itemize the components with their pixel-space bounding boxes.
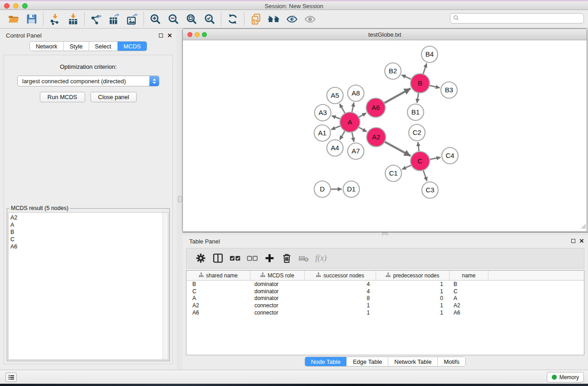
float-panel-button[interactable] <box>158 32 164 38</box>
zoom-fit-button[interactable] <box>182 11 201 27</box>
edge-A-A1[interactable] <box>331 126 340 129</box>
node-C[interactable]: C <box>411 152 430 171</box>
result-item[interactable]: A6 <box>10 243 168 250</box>
deselect-all-button[interactable] <box>244 250 261 267</box>
column-header-name[interactable]: name <box>449 271 488 280</box>
import-network-button[interactable] <box>46 11 64 27</box>
node-B[interactable]: B <box>411 74 430 93</box>
node-A4[interactable]: A4 <box>327 140 343 156</box>
home-button[interactable] <box>265 11 283 27</box>
node-A2[interactable]: A2 <box>367 128 386 147</box>
result-list-scrollbar[interactable] <box>163 213 168 359</box>
clone-network-button[interactable] <box>247 11 265 27</box>
resize-grip-icon[interactable] <box>580 223 586 231</box>
node-B3[interactable]: B3 <box>441 82 457 98</box>
tab-edge-table[interactable]: Edge Table <box>346 357 388 366</box>
node-B4[interactable]: B4 <box>421 46 438 62</box>
node-C1[interactable]: C1 <box>385 165 402 181</box>
tab-style[interactable]: Style <box>63 42 89 51</box>
edge-C-C1[interactable] <box>402 165 411 169</box>
mcds-result-list[interactable]: A2ABCA6 <box>8 212 168 360</box>
node-A8[interactable]: A8 <box>348 85 364 101</box>
node-A[interactable]: A <box>340 112 360 132</box>
edge-B-B2[interactable] <box>402 75 411 79</box>
export-image-button[interactable] <box>123 11 141 27</box>
zoom-selected-button[interactable] <box>201 11 219 27</box>
edge-C-C4[interactable] <box>430 157 441 159</box>
task-history-button[interactable] <box>5 372 17 382</box>
node-A6[interactable]: A6 <box>366 98 385 117</box>
node-C3[interactable]: C3 <box>422 182 438 198</box>
tab-network-table[interactable]: Network Table <box>388 357 437 366</box>
table-row[interactable]: A6connector11A6 <box>186 309 584 316</box>
vertical-split-grip[interactable] <box>178 196 182 202</box>
node-A5[interactable]: A5 <box>327 87 343 104</box>
result-item[interactable]: B <box>10 229 168 236</box>
table-settings-button[interactable] <box>192 250 209 267</box>
node-B2[interactable]: B2 <box>385 63 401 79</box>
edge-A6-B[interactable] <box>384 89 411 103</box>
edge-A-A5[interactable] <box>339 104 345 113</box>
edge-C-C3[interactable] <box>423 171 427 181</box>
node-C4[interactable]: C4 <box>442 148 458 164</box>
column-visibility-button[interactable] <box>209 250 226 267</box>
column-header-shared-name[interactable]: shared name <box>186 271 250 280</box>
edge-A-A4[interactable] <box>340 131 345 140</box>
import-table-button[interactable] <box>64 11 82 27</box>
criterion-dropdown[interactable]: largest connected component (directed) <box>17 76 159 86</box>
node-A1[interactable]: A1 <box>314 125 330 141</box>
edge-A2-C[interactable] <box>385 142 411 156</box>
tab-node-table[interactable]: Node Table <box>305 357 347 366</box>
edge-A-A3[interactable] <box>332 116 340 119</box>
tab-select[interactable]: Select <box>89 42 117 51</box>
network-window-titlebar[interactable]: testGlobe.txt <box>183 29 587 40</box>
export-network-button[interactable] <box>87 11 105 27</box>
close-panel-button-mcds[interactable]: Close panel <box>91 92 137 102</box>
edge-A-A8[interactable] <box>352 103 354 112</box>
column-header-predecessor-nodes[interactable]: predecessor nodes <box>376 271 449 280</box>
column-header-successor-nodes[interactable]: successor nodes <box>305 271 376 280</box>
close-panel-button[interactable]: ✕ <box>167 32 173 38</box>
zoom-in-button[interactable] <box>146 11 164 27</box>
edge-C-C2[interactable] <box>418 142 419 151</box>
add-column-button[interactable] <box>261 250 278 267</box>
export-table-button[interactable] <box>105 11 123 27</box>
close-table-panel-button[interactable]: ✕ <box>578 238 585 244</box>
network-graph[interactable]: AA1A2A3A4A5A6A7A8BB1B2B3B4CC1C2C3C4DD1 <box>183 40 587 231</box>
node-D[interactable]: D <box>314 181 330 197</box>
save-session-button[interactable] <box>23 11 41 27</box>
search-field[interactable] <box>450 13 584 24</box>
edge-B-B1[interactable] <box>417 93 418 103</box>
table-row[interactable]: Adominator80A <box>186 295 584 302</box>
node-table[interactable]: shared nameMCDS rolesuccessor nodesprede… <box>186 270 584 355</box>
refresh-button[interactable] <box>224 11 242 27</box>
node-A7[interactable]: A7 <box>348 143 364 159</box>
search-input[interactable] <box>461 15 581 22</box>
tab-mcds[interactable]: MCDS <box>117 42 147 51</box>
node-A3[interactable]: A3 <box>315 105 331 121</box>
edge-A-A2[interactable] <box>359 127 367 132</box>
table-row[interactable]: A2connector11A2 <box>186 302 584 309</box>
edge-B-B3[interactable] <box>430 86 440 88</box>
memory-button[interactable]: Memory <box>547 372 584 382</box>
network-canvas[interactable]: AA1A2A3A4A5A6A7A8BB1B2B3B4CC1C2C3C4DD1 <box>183 40 587 231</box>
result-item[interactable]: A2 <box>10 214 168 221</box>
node-B1[interactable]: B1 <box>407 104 424 120</box>
select-all-button[interactable] <box>226 250 244 267</box>
edge-A-A6[interactable] <box>359 113 366 117</box>
open-file-button[interactable] <box>5 11 23 27</box>
float-table-panel-button[interactable] <box>570 238 576 244</box>
node-C2[interactable]: C2 <box>409 124 425 141</box>
edge-A-A7[interactable] <box>352 133 354 142</box>
zoom-out-button[interactable] <box>164 11 182 27</box>
result-item[interactable]: A <box>10 221 168 229</box>
hide-details-button[interactable] <box>283 11 301 27</box>
table-row[interactable]: Cdominator41C <box>186 288 584 295</box>
run-mcds-button[interactable]: Run MCDS <box>40 92 85 102</box>
table-row[interactable]: Bdominator41B <box>186 281 584 288</box>
tab-network[interactable]: Network <box>30 42 63 51</box>
tab-motifs[interactable]: Motifs <box>437 357 465 366</box>
column-header-MCDS-role[interactable]: MCDS role <box>250 271 305 280</box>
result-item[interactable]: C <box>10 236 168 243</box>
delete-column-button[interactable] <box>278 250 295 267</box>
